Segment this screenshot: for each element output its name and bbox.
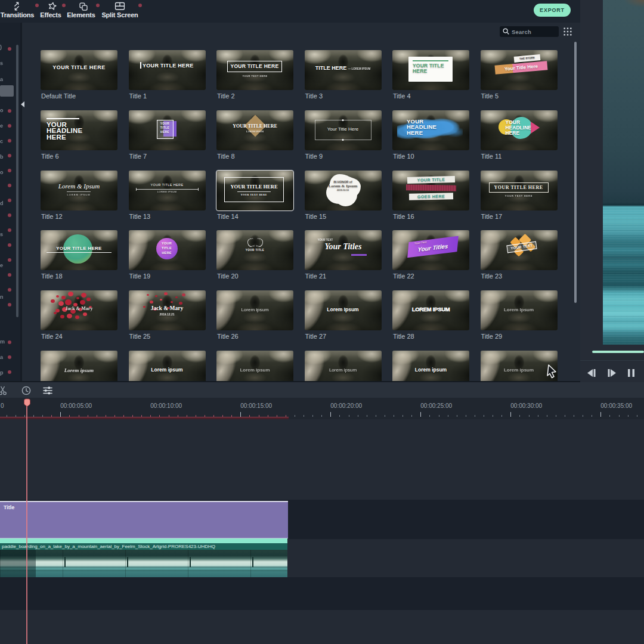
step-forward-button[interactable] [608, 369, 616, 377]
sidebar-collapse-arrow[interactable] [21, 101, 24, 107]
panel-scrollbar[interactable] [574, 42, 577, 303]
title-template-title-28[interactable]: LOREM IPSUMTitle 28 [392, 290, 469, 330]
title-template-default-title[interactable]: YOUR TITLE HEREDefault Title [41, 50, 117, 90]
ruler-tick [187, 415, 187, 417]
title-template-title-22[interactable]: Your TextYour TitlesTitle 22 [392, 230, 469, 270]
title-template-title-25[interactable]: Jack & Mary2019.12.21Title 25 [129, 290, 206, 330]
title-template-title-7[interactable]: YOURTITLEHERETitle 7 [129, 110, 206, 150]
export-button[interactable]: EXPORT [534, 4, 571, 17]
template-overlay: Lorem ipsum [216, 290, 293, 330]
sidebar-item-fragment[interactable]: b [0, 154, 4, 160]
title-template-row6-0[interactable]: Lorem ipsum [41, 351, 117, 381]
ruler-time-label: 00:00:10:00 [150, 402, 182, 409]
title-template-row6-2[interactable]: Lorem ipsum [216, 351, 293, 381]
sidebar-item-fragment[interactable]: c [0, 138, 3, 144]
search-input[interactable]: Search [500, 26, 559, 37]
lower-track-lane [0, 577, 644, 610]
ruler-tick [123, 415, 124, 417]
sidebar-new-dot [8, 139, 11, 143]
sidebar-item-fragment[interactable]: p [0, 370, 4, 376]
sidebar-item-fragment[interactable]: s [0, 231, 3, 237]
timeline-ruler[interactable]: 0 00:00:05:0000:00:10:0000:00:15:0000:00… [0, 398, 644, 419]
preview-seek-bar[interactable] [592, 351, 644, 353]
pause-button[interactable] [628, 369, 634, 377]
title-template-title-6[interactable]: YOURHEADLINEHERETitle 6 [41, 110, 117, 150]
title-template-title-17[interactable]: YOUR TITLE HEREYOUR TEXT HERETitle 17 [481, 171, 558, 210]
sidebar-item-fragment[interactable]: n [0, 294, 4, 300]
title-template-title-27[interactable]: Lorem IpsumTitle 27 [305, 290, 382, 330]
top-toolbar: TransitionsEffectsElementsSplit ScreenEX… [0, 0, 580, 23]
preview-video [603, 0, 644, 345]
ruler-tick [213, 415, 214, 417]
step-back-button[interactable] [587, 369, 596, 377]
sidebar-item-fragment[interactable]: e [0, 262, 3, 268]
title-template-title-29[interactable]: Lorem IpsumTitle 29 [481, 290, 558, 330]
template-overlay: YOUR TITLE HERE [392, 50, 469, 90]
template-label: Title 23 [481, 273, 503, 280]
title-template-title-26[interactable]: Lorem ipsumTitle 26 [216, 290, 293, 330]
title-template-title-19[interactable]: YOURTITLEHERETitle 19 [129, 230, 206, 270]
sidebar-selected-item[interactable] [0, 85, 14, 97]
adjust-icon[interactable] [43, 386, 52, 395]
title-template-title-15[interactable]: IN HONOR ofLorem & Ipsum2019.10.10Title … [305, 171, 382, 210]
ruler-tick [304, 415, 304, 417]
title-template-title-4[interactable]: YOUR TITLE HERETitle 4 [392, 50, 469, 90]
title-template-title-18[interactable]: YOUR TITLE HERETitle 18 [41, 230, 117, 270]
timeline-panel: 0 00:00:05:0000:00:10:0000:00:15:0000:00… [0, 382, 644, 644]
title-template-title-1[interactable]: YOUR TITLE HERETitle 1 [129, 50, 206, 90]
title-template-title-3[interactable]: TITLE HERE — LOREM IPSUMTitle 3 [305, 50, 382, 90]
template-overlay: YOURHEADLINEHERE [392, 110, 469, 150]
ruler-tick [7, 415, 7, 417]
grid-view-icon[interactable] [564, 27, 572, 36]
scissors-icon[interactable] [0, 386, 8, 395]
timeline-tracks: Title paddle_boarding_on_a_lake_by_a_mou… [0, 419, 644, 644]
sidebar-scrollbar[interactable] [16, 45, 18, 317]
sidebar-item-fragment[interactable]: ) [0, 44, 2, 50]
sidebar-item-fragment[interactable]: s [0, 60, 3, 66]
sidebar-item-fragment[interactable]: m [0, 339, 5, 345]
template-overlay: THE STOREYour Title Here [481, 50, 558, 90]
ruler-tick [529, 415, 530, 417]
title-template-title-24[interactable]: Jack & MaryTitle 24 [41, 290, 117, 330]
clock-icon[interactable] [21, 386, 31, 395]
template-label: Title 28 [393, 333, 414, 340]
title-template-title-21[interactable]: YOUR TEXTYour TitlesTitle 21 [305, 230, 382, 270]
playhead-marker[interactable] [23, 398, 31, 407]
title-template-title-12[interactable]: Lorem & IpsumLOREM IPSUMTitle 12 [41, 171, 117, 210]
title-template-title-8[interactable]: YOUR TITLE HERELOREM IPSUMTitle 8 [216, 110, 293, 150]
sidebar-item-fragment[interactable]: d [0, 200, 4, 206]
template-label: Title 20 [217, 273, 239, 280]
sidebar-item-fragment[interactable]: a [0, 76, 3, 82]
template-overlay: Lorem Ipsum [481, 290, 558, 330]
playhead-line[interactable] [26, 400, 27, 644]
sidebar-new-dot [8, 340, 11, 344]
title-template-row6-3[interactable]: Lorem ipsum [305, 351, 382, 381]
title-template-row6-4[interactable]: Lorem ipsum [392, 351, 469, 381]
ruler-tick [33, 415, 34, 417]
ruler-time-label: 00:00:05:00 [60, 402, 92, 409]
title-template-title-2[interactable]: YOUR TITLE HEREYOUR TEXT HERETitle 2 [216, 50, 293, 90]
title-template-title-20[interactable]: YOUR TITLETitle 20 [216, 230, 293, 270]
video-clip[interactable]: paddle_boarding_on_a_lake_by_a_mountain_… [0, 538, 287, 577]
title-template-title-9[interactable]: Your Title HereTitle 9 [305, 110, 382, 150]
ruler-tick [259, 415, 259, 417]
sidebar-item-fragment[interactable]: a [0, 354, 3, 360]
template-overlay: TITLE HERE — LOREM IPSUM [305, 50, 382, 90]
title-template-title-13[interactable]: YOUR TITLE HERELOREM IPSUMTitle 13 [129, 171, 206, 210]
template-overlay: YOUR TITLE HERELOREM IPSUM [216, 110, 293, 150]
sidebar-item-fragment[interactable]: o [0, 107, 4, 113]
title-template-title-23[interactable]: YOUR TEXTTitle 23 [481, 230, 558, 270]
title-template-title-16[interactable]: YOUR TITLEGOES HERETitle 16 [392, 171, 469, 210]
sidebar-item-fragment[interactable]: e [0, 123, 3, 129]
title-template-title-10[interactable]: YOURHEADLINEHERETitle 10 [392, 110, 469, 150]
ruler-tick [385, 415, 385, 417]
sidebar-item-fragment[interactable]: o [0, 169, 4, 175]
template-overlay: Lorem ipsum [305, 351, 382, 381]
search-icon [503, 28, 509, 35]
ruler-tick [448, 415, 448, 417]
title-clip[interactable]: Title [0, 501, 288, 538]
title-template-row6-1[interactable]: Lorem ipsum [129, 351, 206, 381]
title-template-title-14[interactable]: YOUR TITLE HEREYOUR TEXT HERETitle 14 [216, 171, 293, 210]
title-template-title-5[interactable]: THE STOREYour Title HereTitle 5 [481, 50, 558, 90]
title-template-title-11[interactable]: YOURHEADLINEHERETitle 11 [481, 110, 558, 150]
